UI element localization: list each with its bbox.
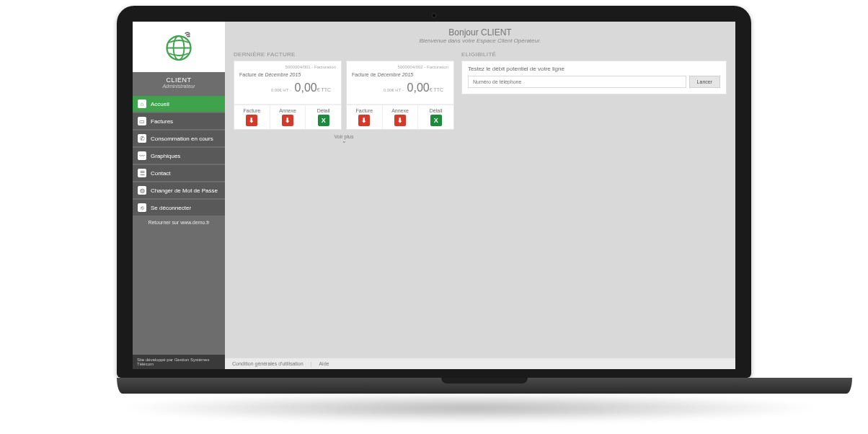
content-row: DERNIÈRE FACTURE 5000004/001 - Facturati… bbox=[225, 47, 735, 148]
detail-label: Détail bbox=[306, 108, 341, 113]
sidebar-item-label: Graphiques bbox=[151, 153, 180, 159]
client-name: CLIENT bbox=[136, 76, 222, 84]
greeting-subtitle: Bienvenue dans votre Espace Client Opéra… bbox=[225, 37, 735, 44]
invoice-meta: 5000004/002 - Facturation bbox=[352, 65, 448, 69]
eligibility-form-row: Lancer bbox=[468, 76, 720, 88]
sidebar-nav: ⌂Accueil▭Factures✆Consommation en cours〰… bbox=[133, 96, 225, 216]
invoice-amount-ttc-suffix: € TTC bbox=[430, 87, 443, 92]
annexe-button[interactable]: Annexe⬇ bbox=[270, 105, 306, 129]
sidebar-item-6[interactable]: ⎋Se déconnecter bbox=[133, 200, 225, 216]
facture-label: Facture bbox=[347, 108, 382, 113]
sidebar-item-0[interactable]: ⌂Accueil bbox=[133, 96, 225, 112]
greeting-title: Bonjour CLIENT bbox=[225, 27, 735, 37]
phone-number-input[interactable] bbox=[468, 76, 686, 88]
eligibility-box: Testez le débit potentiel de votre ligne… bbox=[461, 61, 727, 94]
eligibility-text: Testez le débit potentiel de votre ligne bbox=[468, 66, 720, 72]
invoice-card-actions: Facture⬇Annexe⬇DétailX bbox=[347, 105, 453, 129]
invoice-icon: ▭ bbox=[138, 117, 146, 125]
invoice-amount-row: 0,00€ HT - 0,00€ TTC bbox=[239, 77, 336, 100]
invoice-amount-row: 0,00€ HT - 0,00€ TTC bbox=[352, 77, 448, 100]
eligibility-section: ELIGIBILITÉ Testez le débit potentiel de… bbox=[461, 51, 727, 94]
sidebar-item-label: Changer de Mot de Passe bbox=[151, 187, 218, 194]
main-area: Bonjour CLIENT Bienvenue dans votre Espa… bbox=[225, 22, 735, 369]
laptop-bezel: CLIENT Administrateur ⌂Accueil▭Factures✆… bbox=[117, 6, 751, 378]
invoice-amount-ht: 0,00€ HT - bbox=[384, 88, 405, 92]
annexe-label: Annexe bbox=[270, 108, 306, 113]
chevron-down-icon: ⌄ bbox=[234, 139, 454, 143]
app-screen: CLIENT Administrateur ⌂Accueil▭Factures✆… bbox=[133, 22, 735, 369]
annexe-button[interactable]: Annexe⬇ bbox=[383, 105, 419, 129]
lancer-button[interactable]: Lancer bbox=[689, 76, 720, 88]
invoice-cards: 5000004/001 - FacturationFacture de Déce… bbox=[234, 61, 454, 130]
globe-logo-icon bbox=[161, 30, 196, 64]
sidebar-item-label: Se déconnecter bbox=[151, 205, 191, 211]
help-link[interactable]: Aide bbox=[319, 361, 329, 366]
pdf-icon: ⬇ bbox=[282, 115, 293, 126]
client-role: Administrateur bbox=[136, 84, 222, 89]
annexe-label: Annexe bbox=[383, 108, 418, 113]
invoices-section-title: DERNIÈRE FACTURE bbox=[234, 51, 454, 58]
sidebar-item-2[interactable]: ✆Consommation en cours bbox=[133, 130, 225, 146]
sidebar-dev-footer: Site développé par Gestion Systèmes Télé… bbox=[133, 355, 225, 369]
facture-button[interactable]: Facture⬇ bbox=[347, 105, 383, 129]
invoice-amount-ttc: 0,00 bbox=[295, 81, 317, 94]
footer-separator: | bbox=[311, 361, 312, 366]
phone-icon: ✆ bbox=[138, 134, 146, 143]
invoice-card-top: 5000004/001 - FacturationFacture de Déce… bbox=[234, 61, 341, 105]
facture-label: Facture bbox=[234, 108, 270, 113]
invoice-card-top: 5000004/002 - FacturationFacture de Déce… bbox=[347, 61, 453, 105]
invoice-card-actions: Facture⬇Annexe⬇DétailX bbox=[234, 105, 341, 129]
sidebar-item-1[interactable]: ▭Factures bbox=[133, 113, 225, 129]
sidebar-item-label: Accueil bbox=[151, 101, 169, 107]
sidebar-item-label: Consommation en cours bbox=[151, 136, 213, 142]
sidebar-spacer bbox=[133, 229, 225, 355]
laptop-frame: CLIENT Administrateur ⌂Accueil▭Factures✆… bbox=[117, 6, 751, 422]
pdf-icon: ⬇ bbox=[394, 115, 406, 126]
home-icon: ⌂ bbox=[138, 99, 146, 108]
facture-button[interactable]: Facture⬇ bbox=[234, 105, 270, 129]
globe-icon: ◍ bbox=[138, 186, 146, 195]
invoices-section: DERNIÈRE FACTURE 5000004/001 - Facturati… bbox=[234, 51, 454, 143]
camera-icon bbox=[432, 13, 437, 18]
invoice-title: Facture de Décembre 2015 bbox=[239, 72, 336, 77]
invoice-title: Facture de Décembre 2015 bbox=[352, 72, 448, 77]
invoice-amount-ttc-suffix: € TTC bbox=[317, 87, 331, 92]
excel-icon: X bbox=[430, 115, 442, 126]
app-root: CLIENT Administrateur ⌂Accueil▭Factures✆… bbox=[133, 22, 735, 369]
detail-label: Détail bbox=[418, 108, 453, 113]
client-block: CLIENT Administrateur bbox=[133, 72, 225, 96]
pdf-icon: ⬇ bbox=[246, 115, 257, 126]
chart-icon: 〰 bbox=[138, 151, 146, 160]
detail-button[interactable]: DétailX bbox=[418, 105, 453, 129]
invoice-card-1: 5000004/002 - FacturationFacture de Déce… bbox=[346, 61, 454, 130]
footer-bar: Condition générales d'utilisation | Aide bbox=[225, 358, 735, 369]
invoice-meta: 5000004/001 - Facturation bbox=[239, 65, 336, 69]
terms-link[interactable]: Condition générales d'utilisation bbox=[232, 361, 304, 366]
invoice-amount-ttc: 0,00 bbox=[407, 81, 430, 94]
laptop-base bbox=[117, 378, 852, 394]
voir-plus-button[interactable]: Voir plus ⌄ bbox=[234, 134, 454, 143]
sidebar-item-label: Factures bbox=[151, 118, 173, 125]
pdf-icon: ⬇ bbox=[358, 115, 370, 126]
eligibility-section-title: ELIGIBILITÉ bbox=[461, 51, 727, 58]
sidebar-item-3[interactable]: 〰Graphiques bbox=[133, 148, 225, 164]
detail-button[interactable]: DétailX bbox=[306, 105, 341, 129]
header: Bonjour CLIENT Bienvenue dans votre Espa… bbox=[225, 22, 735, 47]
logo-area bbox=[133, 22, 225, 72]
logout-icon: ⎋ bbox=[138, 203, 146, 212]
sidebar-item-label: Contact bbox=[151, 170, 171, 177]
invoice-amount-ht: 0,00€ HT - bbox=[271, 88, 293, 92]
contact-icon: ☰ bbox=[138, 169, 146, 177]
sidebar: CLIENT Administrateur ⌂Accueil▭Factures✆… bbox=[133, 22, 225, 369]
sidebar-item-4[interactable]: ☰Contact bbox=[133, 165, 225, 181]
laptop-shadow bbox=[117, 394, 823, 422]
sidebar-item-5[interactable]: ◍Changer de Mot de Passe bbox=[133, 182, 225, 198]
excel-icon: X bbox=[318, 115, 329, 126]
invoice-card-0: 5000004/001 - FacturationFacture de Déce… bbox=[234, 61, 342, 130]
return-link[interactable]: Retourner sur www.demo.fr bbox=[133, 216, 225, 229]
